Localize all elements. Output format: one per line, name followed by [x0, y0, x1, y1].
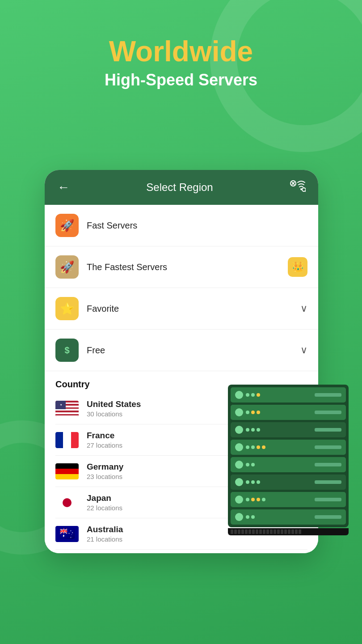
favorite-item[interactable]: ⭐ Favorite ∨ [45, 288, 318, 330]
flag-australia [55, 526, 79, 542]
fast-servers-icon: 🚀 [55, 214, 79, 237]
card-header: ← Select Region [45, 170, 318, 205]
fast-servers-item[interactable]: 🚀 Fast Servers [45, 205, 318, 246]
fastest-servers-icon: 🚀 [55, 255, 79, 279]
crown-icon: 👑 [288, 257, 307, 277]
favorite-chevron-icon: ∨ [300, 303, 307, 314]
header-title: Worldwide [0, 36, 362, 67]
server-rack-illustration [228, 385, 349, 535]
country-locations-au: 21 locations [87, 535, 307, 543]
favorite-label: Favorite [87, 304, 300, 314]
fastest-servers-label: The Fastest Servers [87, 262, 288, 272]
menu-list: 🚀 Fast Servers 🚀 The Fastest Servers 👑 ⭐… [45, 205, 318, 371]
header-section: Worldwide High-Speed Servers [0, 0, 362, 89]
flag-germany [55, 463, 79, 479]
free-chevron-icon: ∨ [300, 344, 307, 356]
fast-servers-label: Fast Servers [87, 220, 307, 231]
flag-usa [55, 401, 79, 417]
free-icon: $ [55, 339, 79, 362]
free-label: Free [87, 345, 300, 356]
header-subtitle: High-Speed Servers [0, 71, 362, 89]
wifi-search-icon[interactable] [290, 180, 306, 195]
fastest-servers-item[interactable]: 🚀 The Fastest Servers 👑 [45, 246, 318, 288]
back-button[interactable]: ← [57, 180, 70, 195]
favorite-icon: ⭐ [55, 297, 79, 320]
card-header-title: Select Region [146, 181, 213, 194]
svg-line-5 [305, 191, 306, 192]
flag-france [55, 432, 79, 448]
free-item[interactable]: $ Free ∨ [45, 330, 318, 371]
flag-japan [55, 495, 79, 511]
